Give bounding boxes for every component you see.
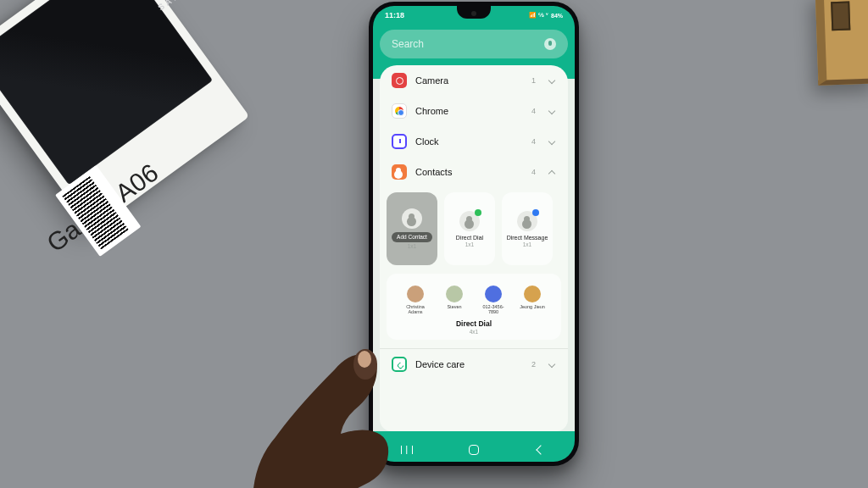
person-icon — [517, 211, 537, 231]
device-care-icon — [392, 357, 407, 372]
chevron-down-icon — [548, 107, 556, 115]
voice-search-icon[interactable] — [544, 38, 556, 50]
nav-home[interactable] — [457, 443, 491, 457]
status-right: 📶 ᶜ⁄₅ ᵛ 84% — [529, 11, 563, 19]
widget-direct-message[interactable]: Direct Message 1x1 — [502, 192, 553, 265]
widget-title: Add Contact — [392, 232, 432, 241]
contact-name: 012-3456-7890 — [478, 304, 509, 314]
app-label: Contacts — [415, 167, 523, 177]
widget-count: 4 — [531, 168, 536, 176]
person-icon — [402, 208, 422, 229]
app-label: Camera — [415, 75, 523, 86]
avatar — [485, 286, 502, 302]
chevron-up-icon — [548, 168, 556, 176]
app-row-clock[interactable]: Clock 4 — [380, 126, 568, 157]
app-label: Device care — [415, 359, 523, 369]
contacts-icon — [392, 164, 407, 180]
status-bar: 11:18 📶 ᶜ⁄₅ ᵛ 84% — [373, 6, 575, 19]
phone-badge-icon — [475, 209, 481, 216]
back-icon — [537, 445, 546, 454]
app-label: Chrome — [415, 106, 523, 116]
widget-search-bar[interactable]: Search — [380, 30, 568, 58]
app-row-contacts[interactable]: Contacts 4 — [380, 157, 568, 187]
wood-prop — [815, 0, 868, 86]
status-icons: 📶 ᶜ⁄₅ ᵛ — [529, 12, 548, 19]
widget-count: 2 — [531, 360, 536, 369]
widget-size: 1x1 — [408, 243, 416, 249]
app-label: Clock — [415, 136, 523, 147]
widget-count: 4 — [531, 107, 536, 115]
navigation-bar — [373, 438, 575, 462]
chevron-down-icon — [548, 360, 556, 369]
widget-title: Direct Message — [507, 235, 548, 241]
widget-size: 1x1 — [523, 241, 531, 247]
chevron-down-icon — [548, 76, 556, 85]
search-placeholder: Search — [392, 38, 424, 50]
widget-direct-dial[interactable]: Direct Dial 1x1 — [444, 192, 495, 265]
contact-name: Christina Adams — [400, 304, 431, 314]
box-brand: SAMSUNG — [156, 0, 211, 12]
box-phone-image — [0, 0, 213, 185]
avatar — [524, 286, 541, 302]
chevron-down-icon — [548, 137, 556, 146]
avatar — [407, 286, 424, 302]
widget-size: 4x1 — [470, 329, 478, 335]
contact-item: Christina Adams — [400, 286, 431, 314]
nav-back[interactable] — [524, 443, 558, 457]
clock-icon — [392, 134, 407, 149]
contact-item: 012-3456-7890 — [478, 286, 509, 314]
product-box: SAMSUNG Galaxy A06 — [0, 0, 249, 231]
widget-title: Direct Dial — [456, 235, 483, 241]
widget-size: 1x1 — [465, 241, 474, 247]
camera-icon — [392, 73, 407, 88]
phone-screen: 11:18 📶 ᶜ⁄₅ ᵛ 84% Search Camera 1 Chrome… — [373, 6, 575, 462]
app-row-camera[interactable]: Camera 1 — [380, 65, 568, 96]
person-icon — [459, 211, 480, 231]
message-badge-icon — [532, 209, 539, 216]
app-row-chrome[interactable]: Chrome 4 — [380, 96, 568, 126]
widget-app-list: Camera 1 Chrome 4 Clock 4 Contacts 4 — [380, 65, 568, 431]
contact-avatars: Christina Adams Steven 012-3456-7890 Jeo… — [400, 286, 548, 314]
widget-count: 1 — [531, 76, 536, 85]
home-icon — [469, 445, 479, 455]
widget-direct-dial-4x1[interactable]: Christina Adams Steven 012-3456-7890 Jeo… — [387, 274, 561, 340]
recents-icon — [401, 446, 413, 454]
status-battery: 84% — [551, 13, 563, 19]
widget-add-contact[interactable]: Add Contact 1x1 — [387, 192, 437, 265]
status-time: 11:18 — [385, 11, 404, 19]
contact-item: Steven — [439, 286, 470, 314]
widget-count: 4 — [531, 137, 536, 146]
contact-name: Steven — [447, 304, 461, 309]
phone-frame: 11:18 📶 ᶜ⁄₅ ᵛ 84% Search Camera 1 Chrome… — [369, 2, 579, 466]
avatar — [446, 286, 463, 302]
contact-item: Jeong Jieun — [517, 286, 548, 314]
app-row-device-care[interactable]: Device care 2 — [380, 348, 568, 380]
contact-name: Jeong Jieun — [520, 304, 545, 309]
contacts-widgets: Add Contact 1x1 Direct Dial 1x1 Direct M… — [380, 187, 568, 348]
widget-title: Direct Dial — [456, 319, 492, 328]
chrome-icon — [392, 103, 407, 119]
nav-recents[interactable] — [390, 443, 424, 457]
